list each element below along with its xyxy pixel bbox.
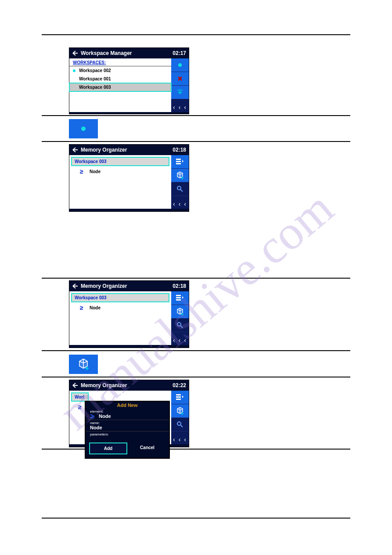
memory-organizer-add-new-screen: Memory Organizer 02:22 Worl ≥ Add New el…	[69, 380, 189, 447]
workspace-item[interactable]: Workspace 001	[69, 75, 171, 83]
svg-rect-9	[176, 299, 181, 301]
screen-title: Workspace Manager	[81, 50, 132, 56]
workspace-manager-screen: Workspace Manager 02:17 WORKSPACES: Work…	[69, 47, 189, 114]
sidebar: ‹ ‹ ‹	[171, 58, 189, 112]
cancel-button[interactable]: Cancel	[129, 443, 165, 454]
svg-rect-11	[90, 418, 94, 418]
dialog-name-label: name:	[86, 420, 169, 425]
svg-rect-12	[176, 394, 181, 395]
svg-point-2	[81, 127, 86, 131]
back-icon[interactable]	[72, 383, 78, 388]
clock-time: 02:18	[173, 283, 186, 289]
workspace-label-selected[interactable]: Workspace 003	[71, 157, 169, 166]
pager[interactable]: ‹ ‹ ‹	[171, 435, 189, 444]
node-chevron-icon	[90, 414, 96, 418]
add-structure-button[interactable]	[171, 404, 189, 418]
node-label: Node	[90, 305, 101, 310]
node-arrow-icon: ≥	[80, 169, 87, 174]
divider	[42, 377, 350, 377]
divider	[42, 518, 350, 519]
node-label: Node	[90, 169, 101, 174]
add-structure-action-button[interactable]	[69, 355, 98, 374]
clock-time: 02:22	[173, 382, 186, 388]
sidebar: ‹ ‹ ‹	[171, 155, 189, 209]
svg-rect-5	[176, 163, 181, 164]
add-structure-button[interactable]	[171, 169, 189, 182]
dialog-parameters-label: parameters:	[86, 432, 169, 439]
workspace-item-selected[interactable]: Workspace 003	[69, 83, 171, 91]
svg-point-10	[177, 323, 181, 326]
screen-title: Memory Organizer	[81, 382, 127, 388]
node-arrow-icon: ≥	[78, 404, 85, 410]
list-menu-button[interactable]	[171, 391, 189, 404]
list-menu-button[interactable]	[171, 155, 189, 169]
svg-rect-8	[176, 297, 181, 298]
pager[interactable]: ‹ ‹ ‹	[171, 102, 189, 112]
pager[interactable]: ‹ ‹ ‹	[171, 199, 189, 209]
sidebar: ‹ ‹ ‹	[171, 291, 189, 345]
svg-point-15	[177, 422, 181, 425]
clock-time: 02:18	[173, 147, 186, 153]
screen-title: Memory Organizer	[81, 283, 127, 289]
search-button[interactable]	[171, 319, 189, 332]
add-structure-button[interactable]	[171, 305, 189, 319]
pager[interactable]: ‹ ‹ ‹	[171, 335, 189, 345]
workspace-label-partial: Worl	[71, 392, 89, 402]
dialog-element-text: Node	[99, 414, 111, 419]
clock-time: 02:17	[173, 50, 186, 56]
divider	[42, 34, 350, 35]
svg-rect-14	[176, 399, 181, 400]
screen-title: Memory Organizer	[81, 147, 127, 153]
back-icon[interactable]	[72, 283, 78, 289]
node-row[interactable]: ≥ Node	[69, 304, 171, 311]
memory-organizer-screen: Memory Organizer 02:18 Workspace 003 ≥ N…	[69, 280, 189, 348]
svg-point-0	[178, 63, 182, 67]
node-row[interactable]: ≥ Node	[69, 168, 171, 175]
title-bar: Memory Organizer 02:22	[69, 380, 189, 391]
divider	[42, 278, 350, 279]
divider	[42, 141, 350, 142]
select-button[interactable]	[171, 58, 189, 72]
memory-organizer-screen: Memory Organizer 02:18 Workspace 003 ≥ N…	[69, 144, 189, 212]
download-button[interactable]	[171, 86, 189, 99]
svg-rect-4	[176, 161, 181, 162]
select-action-button[interactable]	[69, 119, 98, 138]
divider	[42, 115, 350, 116]
node-arrow-icon: ≥	[80, 305, 87, 310]
svg-rect-3	[176, 159, 181, 160]
dialog-title: Add New	[86, 402, 169, 409]
workspaces-heading: WORKSPACES:	[69, 58, 171, 66]
delete-button[interactable]	[171, 72, 189, 86]
svg-point-6	[177, 186, 181, 190]
back-icon[interactable]	[72, 51, 78, 56]
title-bar: Workspace Manager 02:17	[69, 48, 189, 58]
dialog-element-label: element:	[86, 409, 169, 414]
workspace-label-selected[interactable]: Workspace 003	[71, 293, 169, 302]
svg-rect-7	[176, 295, 181, 296]
title-bar: Memory Organizer 02:18	[69, 281, 189, 291]
divider	[42, 350, 350, 351]
search-button[interactable]	[171, 182, 189, 196]
workspace-item[interactable]: Workspace 002	[69, 66, 171, 75]
dialog-name-value[interactable]: Node	[86, 425, 169, 432]
sidebar: ‹ ‹ ‹	[171, 391, 189, 444]
add-new-dialog: Add New element: Node name: Node paramet…	[85, 401, 169, 458]
dialog-element-value[interactable]: Node	[86, 414, 169, 420]
back-icon[interactable]	[72, 147, 78, 152]
search-button[interactable]	[171, 418, 189, 432]
title-bar: Memory Organizer 02:18	[69, 145, 189, 155]
add-button[interactable]: Add	[89, 443, 127, 454]
svg-rect-13	[176, 396, 181, 398]
list-menu-button[interactable]	[171, 291, 189, 305]
